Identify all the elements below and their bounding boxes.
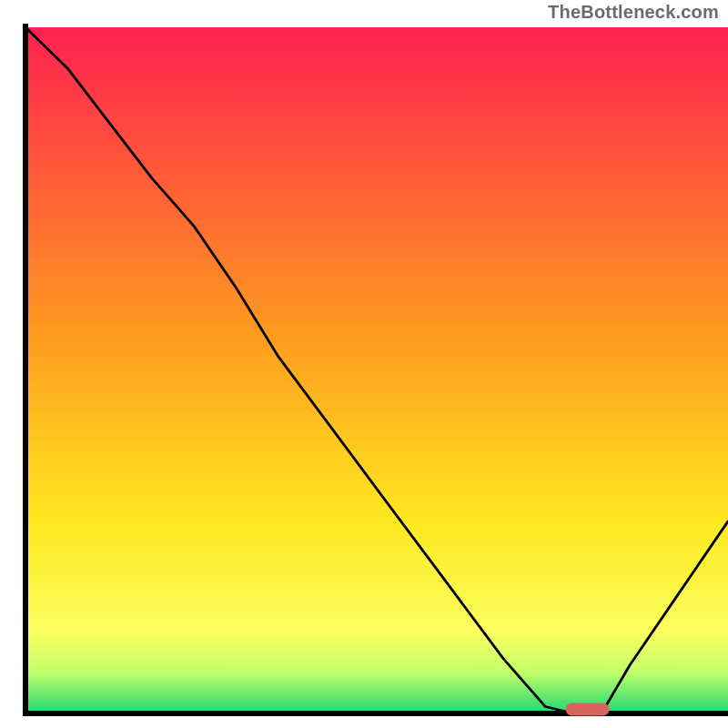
bottleneck-chart: TheBottleneck.com [0, 0, 728, 728]
chart-svg [0, 0, 728, 728]
plot-background [25, 27, 728, 713]
